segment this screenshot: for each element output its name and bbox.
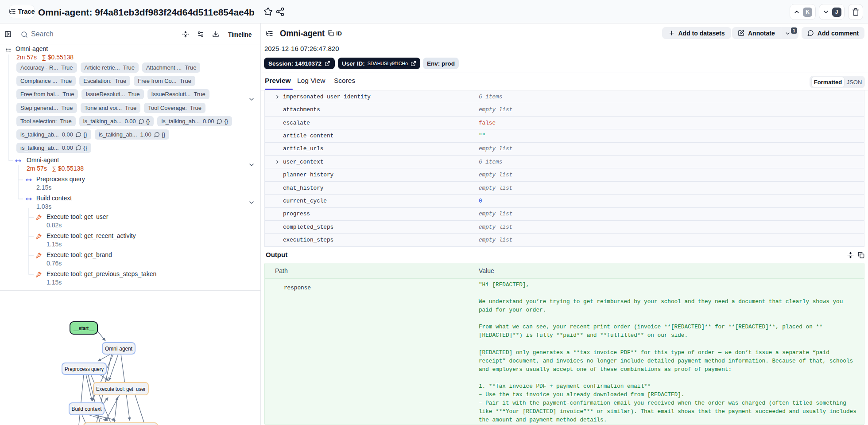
svg-text:Preprocess query: Preprocess query: [65, 366, 104, 372]
svg-text:Execute tool: get_user: Execute tool: get_user: [96, 386, 146, 392]
svg-text:Build context: Build context: [72, 406, 102, 412]
svg-text:__start__: __start__: [73, 325, 94, 331]
svg-text:Omni-agent: Omni-agent: [105, 345, 132, 352]
